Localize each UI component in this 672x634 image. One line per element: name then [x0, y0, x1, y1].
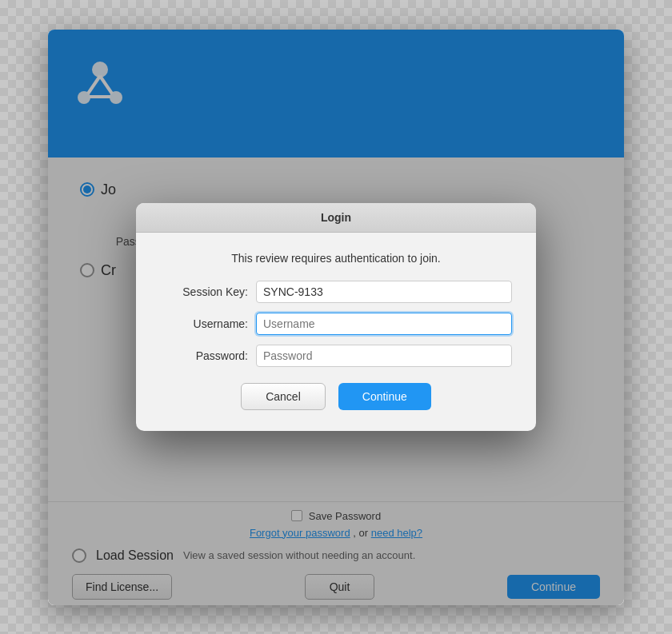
modal-buttons: Cancel Continue: [160, 383, 512, 415]
session-key-input[interactable]: [256, 281, 512, 303]
modal-body: This review requires authentication to j…: [136, 233, 536, 431]
modal-titlebar: Login: [136, 203, 536, 233]
cancel-button[interactable]: Cancel: [241, 383, 326, 410]
session-key-label: Session Key:: [160, 285, 248, 298]
username-row: Username:: [160, 313, 512, 335]
session-key-row: Session Key:: [160, 281, 512, 303]
password-input[interactable]: [256, 345, 512, 367]
password-label: Password:: [160, 349, 248, 362]
username-label: Username:: [160, 317, 248, 330]
modal-overlay: Login This review requires authenticatio…: [48, 30, 624, 605]
modal-title: Login: [321, 211, 351, 224]
login-modal: Login This review requires authenticatio…: [136, 203, 536, 431]
username-input[interactable]: [256, 313, 512, 335]
app-window: Jo Password: Cr Save Password Forgot you…: [48, 30, 624, 605]
password-row: Password:: [160, 345, 512, 367]
modal-description: This review requires authentication to j…: [160, 252, 512, 265]
continue-button[interactable]: Continue: [338, 383, 431, 410]
